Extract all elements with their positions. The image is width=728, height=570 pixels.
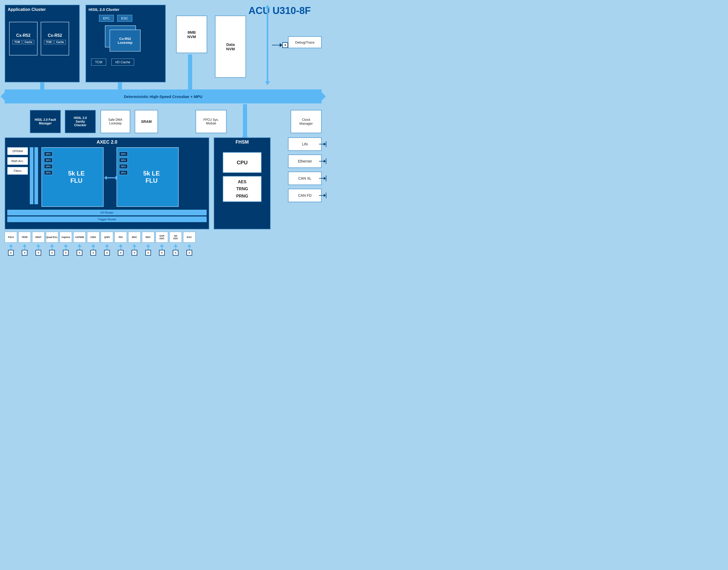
can-fd-ext-icon: ✕	[326, 193, 326, 198]
fhsm-title: FHSM	[214, 138, 270, 147]
sig-arrow-12: ✕	[156, 244, 168, 256]
fhsm-container: FHSM CPU AESTRNGPRNG	[214, 137, 271, 229]
main-container: ACU U310-8F Application Cluster Cx-R52 T…	[0, 0, 326, 257]
data-nvm-box: DataNVM	[215, 16, 246, 78]
flu-left-block: SPU SPU SPU SPU 5k LEFLU	[41, 147, 104, 207]
cx-r52-box-2: Cx-R52 TCM Cache	[41, 22, 69, 55]
io-pin-sar-adc: SARADC	[156, 232, 168, 243]
lin-ext-icon: ✕	[326, 141, 326, 147]
cx-lockstep-front: Cx-R52Lockstep	[109, 30, 141, 52]
flu-left-label: 5k LEFLU	[68, 170, 85, 184]
hisil-bottom-row: TCM I/D Cache	[86, 56, 165, 68]
big-vert-double-arrow	[264, 5, 271, 85]
cx-r52-box-1: Cx-R52 TCM Cache	[9, 22, 38, 55]
sig-arrow-14: ✕	[183, 244, 195, 256]
sig-box-14: ✕	[186, 250, 192, 256]
io-pin-axpwm: AXPWM	[73, 232, 86, 243]
axec-left-vline	[30, 147, 33, 204]
hisil-tcm-box: TCM	[91, 59, 106, 66]
app-cluster-v-connector	[40, 82, 44, 90]
can-fd-ext-conn: ✕	[319, 193, 326, 198]
spu-1: SPU	[44, 152, 53, 156]
io-router-bar: I/O Router	[7, 210, 207, 215]
io-pin-psi5: PSI-5	[5, 232, 17, 243]
io-pin-cwg: CWG	[87, 232, 99, 243]
sig-arrow-2: ✕	[18, 244, 31, 256]
hisil-cluster-box: HISIL 2.0 Cluster EFC ESC Cx-R52Lockstep…	[85, 5, 166, 82]
io-pin-tepe: TEPE	[18, 232, 31, 243]
trigger-router-bar: Trigger Router	[7, 217, 207, 222]
flu-right-label: 5k LEFLU	[143, 170, 160, 184]
debug-ext-symbol: ✕	[282, 42, 288, 48]
cpu-box: CPU	[223, 152, 261, 173]
hisil-fault-manager: HISIL 2.0 Fault Manager	[30, 110, 61, 133]
sig-box-12: ✕	[159, 250, 165, 256]
sig-box-2: ✕	[22, 250, 27, 256]
axec-left-vline2	[34, 147, 38, 204]
io-pin-msc: MSC	[128, 232, 141, 243]
axec-container: AXEC 2.0 DPRAM Math Acc. Filters SPU SPU…	[5, 137, 209, 229]
nvm-8mb-box: 8MBNVM	[176, 16, 207, 53]
crossbar-right-arrow	[321, 92, 326, 101]
id-cache-box: I/D Cache	[111, 59, 134, 66]
spu-4: SPU	[44, 170, 53, 175]
hisil-top-row: EFC ESC	[86, 14, 165, 23]
io-pin-rdc: RDC	[142, 232, 154, 243]
esc-box: ESC	[117, 15, 132, 22]
spu-r1: SPU	[119, 152, 128, 156]
spu-2: SPU	[44, 158, 53, 163]
spu-r3: SPU	[119, 164, 128, 169]
cx-lockstep-wrapper: Cx-R52Lockstep Cx-R52Lockstep	[105, 25, 146, 54]
ethernet-ext-icon: ✕	[326, 159, 326, 164]
ethernet-block: Ethernet ✕	[288, 155, 322, 168]
sig-box-9: ✕	[118, 250, 123, 256]
axec-left-col: DPRAM Math Acc. Filters	[7, 147, 28, 175]
spu-3: SPU	[44, 164, 53, 169]
hisil-sanity-checker: HISIL 2.0SanityChecker	[65, 110, 96, 133]
cx-r52-row: Cx-R52 TCM Cache Cx-R52 TCM Cache	[5, 14, 79, 57]
can-fd-block: CAN FD ✕	[288, 189, 322, 202]
page-title: ACU U310-8F	[248, 5, 311, 16]
lin-block: LIN ✕	[288, 137, 322, 151]
efc-box: EFC	[99, 15, 114, 22]
sig-box-8: ✕	[104, 250, 110, 256]
io-pin-pio: PIO	[114, 232, 127, 243]
tcm-label-1: TCM	[12, 40, 22, 44]
fpcu-v-connector	[243, 104, 247, 136]
filters-box: Filters	[7, 167, 28, 175]
sig-box-5: ✕	[63, 250, 69, 256]
spu-col-left: SPU SPU SPU SPU	[44, 152, 53, 175]
fpcu-sys-module: FPCU Sys.Module	[195, 110, 227, 133]
io-pin-sent: SENT	[32, 232, 45, 243]
nvm-v-connector	[188, 54, 192, 90]
io-pin-dac: DAC	[183, 232, 195, 243]
sig-arrow-11: ✕	[142, 244, 154, 256]
spu-col-right: SPU SPU SPU SPU	[119, 152, 128, 175]
lin-ext-conn: ✕	[319, 141, 326, 147]
hisil-cluster-title: HISIL 2.0 Cluster	[86, 5, 165, 14]
clock-manager-block: ClockManager	[290, 110, 322, 133]
sig-box-6: ✕	[77, 250, 82, 256]
sig-arrow-10: ✕	[128, 244, 141, 256]
sig-arrow-3: ✕	[32, 244, 45, 256]
spu-r4: SPU	[119, 170, 128, 175]
tcm-label-2: TCM	[44, 40, 53, 44]
io-pin-row: PSI-5 TEPE SENT Quad Enc. Capture AXPWM …	[5, 232, 195, 243]
sig-arrow-7: ✕	[87, 244, 99, 256]
can-xl-ext-icon: ✕	[326, 176, 326, 181]
flu-right-block: SPU SPU SPU SPU 5k LEFLU	[116, 147, 179, 207]
safe-dma-lockstep: Safe DMALockstep	[100, 110, 130, 133]
math-acc-box: Math Acc.	[7, 157, 28, 165]
sig-box-10: ✕	[132, 250, 137, 256]
can-xl-ext-conn: ✕	[319, 176, 326, 181]
io-pin-quad-enc: Quad Enc.	[46, 232, 58, 243]
cache-label-2: Cache	[54, 40, 66, 44]
sram-block: SRAM	[135, 110, 158, 133]
cache-label-1: Cache	[23, 40, 34, 44]
spu-r2: SPU	[119, 158, 128, 163]
sig-box-1: ✕	[8, 250, 14, 256]
crossbar-left-arrow	[1, 92, 5, 101]
sig-arrow-6: ✕	[73, 244, 86, 256]
sig-box-3: ✕	[35, 250, 41, 256]
debug-arrow: ✕	[272, 42, 288, 48]
